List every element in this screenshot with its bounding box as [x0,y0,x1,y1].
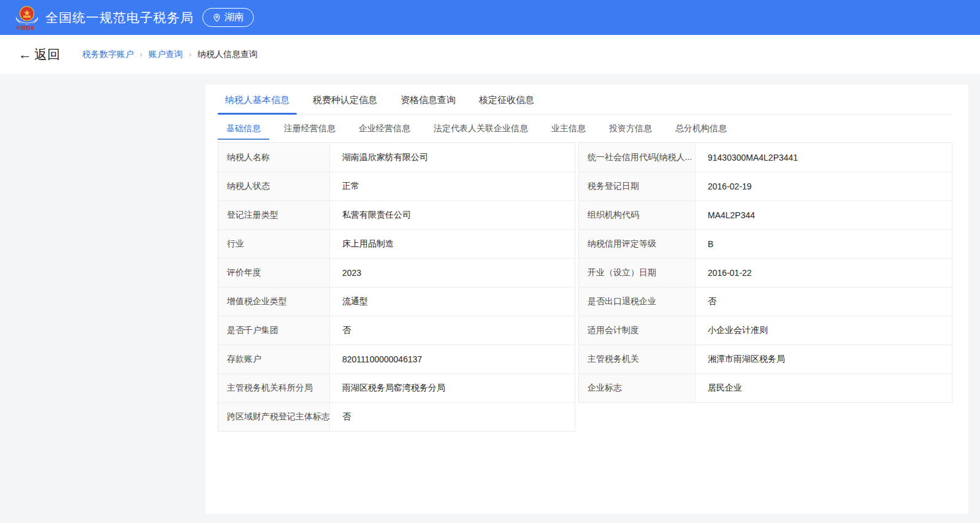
info-row: 跨区域财产税登记主体标志否 [218,402,575,431]
info-label: 纳税人状态 [218,172,330,200]
info-value: 流通型 [330,288,575,316]
info-label: 税务登记日期 [579,172,695,200]
sub-tabs: 基础信息注册经营信息企业经营信息法定代表人关联企业信息业主信息投资方信息总分机构… [218,115,952,142]
info-row: 税务登记日期2016-02-19 [579,172,952,200]
sub-tab-注册经营信息[interactable]: 注册经营信息 [275,115,344,142]
sub-tab-总分机构信息[interactable]: 总分机构信息 [667,115,735,142]
back-arrow-icon: ← [18,48,32,61]
info-row: 企业标志居民企业 [579,373,952,402]
info-label: 增值税企业类型 [218,288,330,316]
info-label: 组织机构代码 [579,201,695,229]
info-value: 82011100000046137 [330,345,575,373]
info-row: 是否出口退税企业否 [579,287,952,316]
info-value: MA4L2P344 [695,201,952,229]
info-value: 正常 [330,172,575,200]
info-row: 纳税人状态正常 [218,172,575,200]
info-row: 纳税信用评定等级B [579,229,952,258]
main-tab-核定征收信息[interactable]: 核定征收信息 [472,86,542,114]
basic-info-tables: 纳税人名称湖南温欣家纺有限公司纳税人状态正常登记注册类型私营有限责任公司行业床上… [218,142,952,432]
info-row: 增值税企业类型流通型 [218,287,575,316]
info-row: 适用会计制度小企业会计准则 [579,316,952,345]
info-label: 行业 [218,230,330,258]
main-tab-资格信息查询[interactable]: 资格信息查询 [393,86,463,114]
info-value: 湖南温欣家纺有限公司 [330,143,575,172]
info-row: 主管税务机关湘潭市雨湖区税务局 [579,345,952,373]
back-button[interactable]: ← 返回 [18,46,60,63]
location-pin-icon [212,13,221,23]
sub-tab-业主信息[interactable]: 业主信息 [543,115,594,142]
app-header: 中国税务 全国统一规范电子税务局 湖南 [0,0,980,35]
info-value: 否 [695,288,952,316]
info-value: 91430300MA4L2P3441 [695,143,952,172]
main-area: 纳税人基本信息税费种认定信息资格信息查询核定征收信息 基础信息注册经营信息企业经… [0,75,980,523]
info-label: 存款账户 [218,345,330,373]
breadcrumb-link[interactable]: 税务数字账户 [82,49,134,60]
back-label: 返回 [34,46,60,63]
taxpayer-info-card: 纳税人基本信息税费种认定信息资格信息查询核定征收信息 基础信息注册经营信息企业经… [205,85,968,514]
info-label: 主管税务机关 [579,345,695,373]
info-row: 存款账户82011100000046137 [218,345,575,373]
sub-tab-投资方信息[interactable]: 投资方信息 [600,115,660,142]
info-label: 主管税务机关科所分局 [218,374,330,402]
info-row: 纳税人名称湖南温欣家纺有限公司 [218,143,575,172]
info-label: 统一社会信用代码(纳税人... [579,143,695,172]
info-value: 床上用品制造 [330,230,575,258]
sub-tab-基础信息[interactable]: 基础信息 [218,115,269,142]
main-tabs: 纳税人基本信息税费种认定信息资格信息查询核定征收信息 [218,86,952,115]
info-row: 行业床上用品制造 [218,229,575,258]
info-value: B [695,230,952,258]
breadcrumb-link[interactable]: 账户查询 [148,49,183,60]
info-value: 否 [330,316,575,345]
info-label: 登记注册类型 [218,201,330,229]
region-selector[interactable]: 湖南 [202,8,254,27]
info-value: 2016-01-22 [695,259,952,287]
info-value: 2023 [330,259,575,287]
breadcrumb-current: 纳税人信息查询 [197,49,258,60]
info-row: 统一社会信用代码(纳税人...91430300MA4L2P3441 [579,143,952,172]
info-value: 私营有限责任公司 [330,201,575,229]
basic-info-table-left: 纳税人名称湖南温欣家纺有限公司纳税人状态正常登记注册类型私营有限责任公司行业床上… [218,142,575,432]
info-row: 组织机构代码MA4L2P344 [579,200,952,229]
info-label: 评价年度 [218,259,330,287]
info-row: 登记注册类型私营有限责任公司 [218,200,575,229]
info-row: 主管税务机关科所分局雨湖区税务局窑湾税务分局 [218,373,575,402]
app-title: 全国统一规范电子税务局 [45,9,194,26]
info-label: 企业标志 [579,374,695,402]
breadcrumb: 税务数字账户›账户查询›纳税人信息查询 [82,49,258,60]
info-row: 评价年度2023 [218,258,575,287]
info-row: 是否千户集团否 [218,316,575,345]
breadcrumb-bar: ← 返回 税务数字账户›账户查询›纳税人信息查询 [0,35,980,75]
info-value: 2016-02-19 [695,172,952,200]
emblem-caption: 中国税务 [17,25,36,31]
info-label: 是否出口退税企业 [579,288,695,316]
basic-info-table-right: 统一社会信用代码(纳税人...91430300MA4L2P3441税务登记日期2… [578,142,952,403]
tax-bureau-emblem-icon: 中国税务 [15,5,39,31]
region-label: 湖南 [224,11,244,24]
sub-tab-法定代表人关联企业信息[interactable]: 法定代表人关联企业信息 [425,115,537,142]
info-label: 是否千户集团 [218,316,330,345]
sub-tab-企业经营信息[interactable]: 企业经营信息 [350,115,419,142]
info-label: 开业（设立）日期 [579,259,695,287]
breadcrumb-separator: › [189,50,191,59]
info-value: 小企业会计准则 [695,316,952,345]
info-value: 居民企业 [695,374,952,402]
main-tab-税费种认定信息[interactable]: 税费种认定信息 [305,86,385,114]
main-tab-纳税人基本信息[interactable]: 纳税人基本信息 [218,86,297,114]
info-label: 适用会计制度 [579,316,695,345]
info-label: 纳税信用评定等级 [579,230,695,258]
info-label: 纳税人名称 [218,143,330,172]
info-label: 跨区域财产税登记主体标志 [218,403,330,431]
info-value: 雨湖区税务局窑湾税务分局 [330,374,575,402]
breadcrumb-separator: › [140,50,142,59]
info-value: 湘潭市雨湖区税务局 [695,345,952,373]
info-value: 否 [330,403,575,431]
info-row: 开业（设立）日期2016-01-22 [579,258,952,287]
